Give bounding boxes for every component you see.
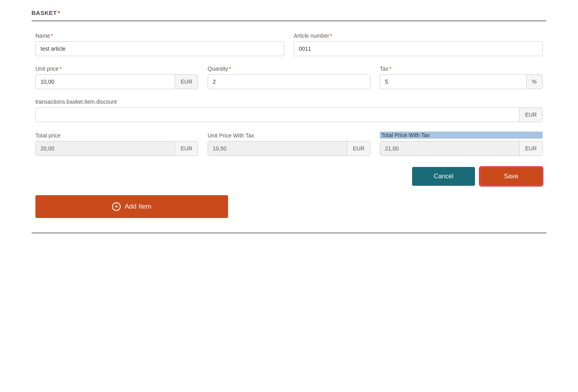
discount-label: transactions.basket.item.discount [35, 99, 543, 105]
tax-input[interactable] [380, 75, 526, 89]
tax-wrapper: % [380, 74, 543, 89]
discount-group: transactions.basket.item.discount EUR [35, 99, 543, 122]
article-group: Article number* [294, 33, 543, 56]
add-item-label: Add Item [125, 203, 151, 211]
price-qty-tax-row: Unit price* EUR Quantity* Tax* [35, 66, 543, 89]
top-divider [31, 20, 547, 22]
quantity-label: Quantity* [208, 66, 370, 72]
name-label: Name* [35, 33, 284, 39]
bottom-divider [31, 232, 547, 234]
quantity-wrapper [208, 74, 370, 89]
computed-row: Total price EUR Unit Price With Tax EUR … [35, 132, 543, 156]
plus-circle-icon: + [112, 202, 121, 211]
total-price-with-tax-currency: EUR [519, 141, 542, 156]
total-price-input [36, 141, 175, 156]
unit-price-label: Unit price* [35, 66, 198, 72]
unit-price-with-tax-wrapper: EUR [208, 141, 370, 156]
action-buttons-row: Cancel Save [35, 167, 543, 186]
unit-price-currency: EUR [175, 75, 198, 89]
article-input-wrapper [294, 41, 543, 56]
unit-price-with-tax-input [208, 141, 347, 156]
unit-price-with-tax-label: Unit Price With Tax [208, 132, 370, 139]
discount-input[interactable] [36, 108, 519, 122]
name-input-wrapper [35, 41, 284, 56]
discount-row: transactions.basket.item.discount EUR [35, 99, 543, 122]
save-button[interactable]: Save [480, 167, 543, 186]
basket-form: Name* Article number* Unit price* [31, 33, 547, 218]
quantity-input[interactable] [208, 75, 370, 89]
article-input[interactable] [294, 42, 542, 56]
discount-wrapper: EUR [35, 107, 543, 122]
article-label: Article number* [294, 33, 543, 39]
name-group: Name* [35, 33, 284, 56]
add-item-row: + Add Item [35, 195, 543, 218]
total-price-with-tax-input [380, 141, 519, 156]
basket-title: BASKET* [31, 9, 547, 16]
add-item-button[interactable]: + Add Item [35, 195, 228, 218]
unit-price-input[interactable] [36, 75, 175, 89]
total-price-group: Total price EUR [35, 132, 198, 156]
tax-group: Tax* % [380, 66, 543, 89]
cancel-button[interactable]: Cancel [412, 167, 475, 186]
name-article-row: Name* Article number* [35, 33, 543, 56]
total-price-label: Total price [35, 132, 198, 139]
unit-price-with-tax-group: Unit Price With Tax EUR [208, 132, 370, 156]
unit-price-with-tax-currency: EUR [347, 141, 370, 156]
tax-label: Tax* [380, 66, 543, 72]
total-price-currency: EUR [175, 141, 198, 156]
unit-price-wrapper: EUR [35, 74, 198, 89]
discount-currency: EUR [519, 108, 542, 122]
total-price-with-tax-label: Total Price With Tax [380, 132, 543, 139]
total-price-with-tax-group: Total Price With Tax EUR [380, 132, 543, 156]
tax-unit: % [526, 75, 542, 89]
quantity-group: Quantity* [208, 66, 370, 89]
total-price-with-tax-wrapper: EUR [380, 141, 543, 156]
total-price-wrapper: EUR [35, 141, 198, 156]
unit-price-group: Unit price* EUR [35, 66, 198, 89]
name-input[interactable] [36, 42, 284, 56]
